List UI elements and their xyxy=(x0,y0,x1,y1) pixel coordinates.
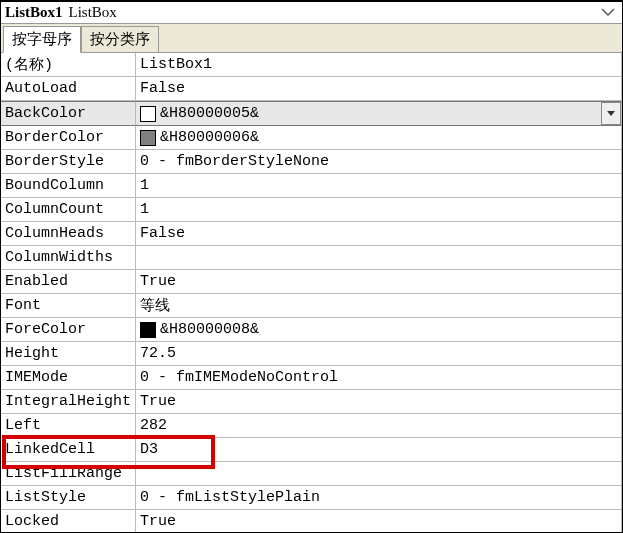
property-row[interactable]: LinkedCellD3 xyxy=(1,438,622,462)
property-name: IMEMode xyxy=(1,366,136,390)
property-value: False xyxy=(140,225,185,242)
property-value-cell[interactable]: True xyxy=(136,270,622,294)
property-value: 282 xyxy=(140,417,167,434)
property-row[interactable]: ListFillRange xyxy=(1,462,622,486)
property-value-cell[interactable]: True xyxy=(136,390,622,414)
property-row[interactable]: ForeColor&H80000008& xyxy=(1,318,622,342)
property-name: BoundColumn xyxy=(1,174,136,198)
property-value: 72.5 xyxy=(140,345,176,362)
property-value: True xyxy=(140,393,176,410)
property-row[interactable]: ListStyle0 - fmListStylePlain xyxy=(1,486,622,510)
property-value: True xyxy=(140,273,176,290)
object-type: ListBox xyxy=(69,4,117,21)
property-value-cell[interactable]: ListBox1 xyxy=(136,53,622,77)
property-value-cell[interactable]: 1 xyxy=(136,198,622,222)
object-name: ListBox1 xyxy=(5,4,63,21)
property-value-cell[interactable]: &H80000005& xyxy=(136,101,622,126)
property-name: AutoLoad xyxy=(1,77,136,101)
property-row[interactable]: ColumnWidths xyxy=(1,246,622,270)
property-name: Locked xyxy=(1,510,136,532)
property-value-cell[interactable] xyxy=(136,462,622,486)
property-value-cell[interactable] xyxy=(136,246,622,270)
property-value-cell[interactable]: 0 - fmBorderStyleNone xyxy=(136,150,622,174)
property-row[interactable]: BackColor&H80000005& xyxy=(1,101,622,126)
property-name: BackColor xyxy=(1,101,136,126)
property-name: BorderColor xyxy=(1,126,136,150)
property-value-cell[interactable]: 0 - fmIMEModeNoControl xyxy=(136,366,622,390)
property-row[interactable]: IMEMode0 - fmIMEModeNoControl xyxy=(1,366,622,390)
tab-bar: 按字母序 按分类序 xyxy=(1,24,622,53)
property-name: ListStyle xyxy=(1,486,136,510)
property-value: &H80000008& xyxy=(160,321,259,338)
property-value-cell[interactable]: False xyxy=(136,222,622,246)
property-value: 1 xyxy=(140,201,149,218)
property-row[interactable]: ColumnCount1 xyxy=(1,198,622,222)
tab-alphabetic[interactable]: 按字母序 xyxy=(3,26,81,53)
property-value: 等线 xyxy=(140,296,170,315)
property-grid: (名称)ListBox1AutoLoadFalseBackColor&H8000… xyxy=(1,53,622,532)
properties-window: ListBox1 ListBox 按字母序 按分类序 (名称)ListBox1A… xyxy=(0,0,623,533)
property-value: &H80000006& xyxy=(160,129,259,146)
color-swatch xyxy=(140,322,156,338)
property-row[interactable]: Font等线 xyxy=(1,294,622,318)
property-value: True xyxy=(140,513,176,530)
property-value: ListBox1 xyxy=(140,56,212,73)
property-value-cell[interactable]: 72.5 xyxy=(136,342,622,366)
property-name: Height xyxy=(1,342,136,366)
property-name: (名称) xyxy=(1,53,136,77)
property-row[interactable]: Height72.5 xyxy=(1,342,622,366)
property-row[interactable]: LockedTrue xyxy=(1,510,622,532)
property-value-cell[interactable]: 282 xyxy=(136,414,622,438)
property-name: BorderStyle xyxy=(1,150,136,174)
color-swatch xyxy=(140,106,156,122)
property-value: 1 xyxy=(140,177,149,194)
property-value-cell[interactable]: &H80000006& xyxy=(136,126,622,150)
property-row[interactable]: (名称)ListBox1 xyxy=(1,53,622,77)
property-name: ColumnWidths xyxy=(1,246,136,270)
property-name: ColumnHeads xyxy=(1,222,136,246)
property-row[interactable]: ColumnHeadsFalse xyxy=(1,222,622,246)
property-value-cell[interactable]: True xyxy=(136,510,622,532)
property-name: ColumnCount xyxy=(1,198,136,222)
property-row[interactable]: EnabledTrue xyxy=(1,270,622,294)
property-value: 0 - fmIMEModeNoControl xyxy=(140,369,338,386)
property-name: ForeColor xyxy=(1,318,136,342)
property-row[interactable]: Left282 xyxy=(1,414,622,438)
property-name: Enabled xyxy=(1,270,136,294)
property-row[interactable]: BorderStyle0 - fmBorderStyleNone xyxy=(1,150,622,174)
property-value-cell[interactable]: 1 xyxy=(136,174,622,198)
collapse-icon[interactable] xyxy=(600,7,616,19)
property-value-cell[interactable]: &H80000008& xyxy=(136,318,622,342)
property-name: IntegralHeight xyxy=(1,390,136,414)
property-name: ListFillRange xyxy=(1,462,136,486)
property-row[interactable]: IntegralHeightTrue xyxy=(1,390,622,414)
property-value: False xyxy=(140,80,185,97)
property-value-cell[interactable]: 等线 xyxy=(136,294,622,318)
property-value: &H80000005& xyxy=(160,105,259,122)
color-swatch xyxy=(140,130,156,146)
property-value-cell[interactable]: 0 - fmListStylePlain xyxy=(136,486,622,510)
dropdown-button[interactable] xyxy=(601,102,621,125)
property-value-cell[interactable]: D3 xyxy=(136,438,622,462)
property-name: Font xyxy=(1,294,136,318)
property-value: D3 xyxy=(140,441,158,458)
property-value: 0 - fmListStylePlain xyxy=(140,489,320,506)
property-name: LinkedCell xyxy=(1,438,136,462)
property-name: Left xyxy=(1,414,136,438)
property-value: 0 - fmBorderStyleNone xyxy=(140,153,329,170)
property-row[interactable]: BorderColor&H80000006& xyxy=(1,126,622,150)
property-value-cell[interactable]: False xyxy=(136,77,622,101)
property-row[interactable]: AutoLoadFalse xyxy=(1,77,622,101)
tab-categorized[interactable]: 按分类序 xyxy=(81,26,159,52)
property-grid-wrap: (名称)ListBox1AutoLoadFalseBackColor&H8000… xyxy=(1,53,622,532)
property-row[interactable]: BoundColumn1 xyxy=(1,174,622,198)
titlebar: ListBox1 ListBox xyxy=(1,2,622,24)
